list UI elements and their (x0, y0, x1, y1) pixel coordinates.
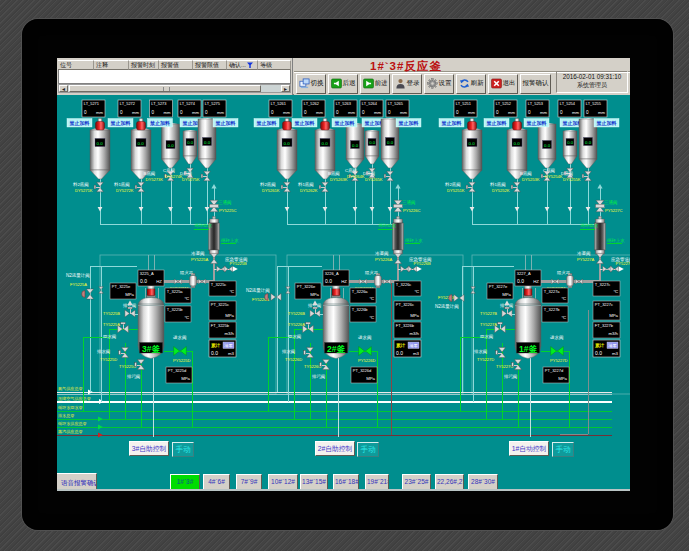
valve-icon[interactable] (359, 347, 365, 356)
toolbar-button-login[interactable]: 登录 (392, 74, 422, 94)
toolbar-button-switch[interactable]: 切换 (296, 74, 326, 94)
scroll-thumb[interactable] (69, 85, 261, 92)
feed-tank[interactable] (277, 130, 297, 170)
valve-icon[interactable] (229, 266, 233, 272)
valve-icon[interactable] (408, 266, 412, 272)
valve-icon[interactable] (97, 187, 104, 191)
valve-icon[interactable] (322, 187, 329, 191)
manual-button-1[interactable]: 手动 (552, 442, 574, 457)
valve-icon[interactable] (178, 279, 181, 284)
valve-icon[interactable] (585, 171, 592, 175)
auto-control-button-2[interactable]: 2#自助控制 (315, 441, 355, 456)
valve-icon[interactable] (86, 289, 93, 294)
valve-icon[interactable] (610, 266, 614, 272)
valve-icon[interactable] (551, 347, 557, 356)
valve-icon[interactable] (383, 279, 386, 284)
valve-icon[interactable] (514, 187, 521, 191)
valve-icon[interactable] (286, 287, 291, 290)
alarm-table-body[interactable] (58, 70, 291, 84)
valve-icon[interactable] (303, 325, 308, 333)
toolbar-button-exit[interactable]: 退出 (488, 74, 518, 94)
valve-icon[interactable] (121, 347, 128, 352)
reactor-vessel[interactable] (515, 304, 541, 346)
valve-icon[interactable] (500, 325, 505, 333)
nav-tab-3[interactable]: 10#`12# (268, 474, 298, 490)
valve-icon[interactable] (174, 347, 180, 356)
valve-icon[interactable] (387, 171, 394, 175)
valve-icon[interactable] (514, 359, 521, 364)
valve-icon[interactable] (557, 347, 563, 356)
alarm-table-scrollbar[interactable]: ◄ ► (58, 84, 291, 93)
valve-icon[interactable] (471, 290, 476, 293)
valve-icon[interactable] (138, 182, 145, 186)
valve-icon[interactable] (469, 187, 476, 191)
nav-tab-0[interactable]: 1#`3# (170, 474, 200, 490)
valve-icon[interactable] (359, 279, 362, 284)
alarm-column-6[interactable]: 等级 (258, 60, 291, 70)
alarm-column-5[interactable]: 确认... (227, 60, 258, 70)
valve-icon[interactable] (217, 266, 221, 272)
valve-icon[interactable] (125, 310, 130, 317)
valve-icon[interactable] (401, 266, 405, 272)
valve-icon[interactable] (137, 359, 144, 364)
valve-icon[interactable] (469, 182, 476, 186)
feed-tank[interactable] (315, 130, 335, 170)
alarm-column-0[interactable]: 位号 (58, 60, 94, 70)
alarm-column-3[interactable]: 报警值 (159, 60, 193, 70)
manual-button-2[interactable]: 手动 (357, 442, 379, 457)
valve-icon[interactable] (394, 259, 401, 264)
scroll-right-button[interactable]: ► (281, 85, 290, 92)
valve-icon[interactable] (322, 182, 329, 186)
feed-tank[interactable] (462, 130, 482, 170)
feed-tank[interactable] (131, 130, 151, 170)
valve-icon[interactable] (555, 279, 558, 284)
alarm-column-4[interactable]: 报警限值 (193, 60, 227, 70)
reactor-vessel[interactable] (323, 304, 349, 346)
valve-icon[interactable] (514, 182, 521, 186)
nav-tab-9[interactable]: 28#`30# (468, 474, 498, 490)
valve-icon[interactable] (130, 310, 135, 317)
valve-icon[interactable] (180, 347, 186, 356)
nav-tab-7[interactable]: 23#`25# (402, 474, 431, 490)
valve-icon[interactable] (454, 294, 459, 301)
alarm-ack-button[interactable]: 报警确认 (520, 74, 551, 94)
valve-icon[interactable] (387, 279, 390, 284)
valve-icon[interactable] (204, 176, 211, 180)
valve-icon[interactable] (271, 293, 276, 300)
valve-icon[interactable] (99, 287, 104, 290)
valve-icon[interactable] (363, 279, 366, 284)
toolbar-button-refresh[interactable]: 刷新 (456, 74, 486, 94)
alarm-column-2[interactable]: 报警时刻 (129, 60, 159, 70)
valve-icon[interactable] (174, 279, 177, 284)
valve-icon[interactable] (579, 279, 582, 284)
valve-icon[interactable] (286, 290, 291, 293)
nav-tab-2[interactable]: 7#`9# (236, 474, 262, 490)
valve-icon[interactable] (210, 253, 217, 258)
valve-icon[interactable] (310, 310, 315, 317)
toolbar-button-back[interactable]: 后退 (328, 74, 358, 94)
auto-control-button-1[interactable]: 1#自动控制 (509, 441, 549, 456)
valve-icon[interactable] (315, 310, 320, 317)
valve-icon[interactable] (202, 279, 205, 284)
nav-tab-1[interactable]: 4#`6# (203, 474, 230, 490)
valve-icon[interactable] (210, 259, 217, 264)
valve-icon[interactable] (387, 176, 394, 180)
valve-icon[interactable] (498, 347, 505, 352)
valve-icon[interactable] (551, 279, 554, 284)
feed-tank[interactable] (90, 130, 110, 170)
valve-icon[interactable] (413, 266, 417, 272)
toolbar-button-settings[interactable]: 设置 (424, 74, 454, 94)
valve-icon[interactable] (308, 325, 313, 333)
valve-icon[interactable] (365, 347, 371, 356)
valve-icon[interactable] (394, 253, 401, 258)
valve-icon[interactable] (86, 294, 93, 299)
valve-icon[interactable] (138, 187, 145, 191)
valve-icon[interactable] (596, 259, 603, 264)
alarm-column-1[interactable]: 注释 (94, 60, 129, 70)
valve-icon[interactable] (306, 347, 313, 352)
valve-icon[interactable] (99, 290, 104, 293)
valve-icon[interactable] (284, 187, 291, 191)
valve-icon[interactable] (585, 176, 592, 180)
valve-icon[interactable] (224, 266, 228, 272)
valve-icon[interactable] (459, 294, 464, 301)
